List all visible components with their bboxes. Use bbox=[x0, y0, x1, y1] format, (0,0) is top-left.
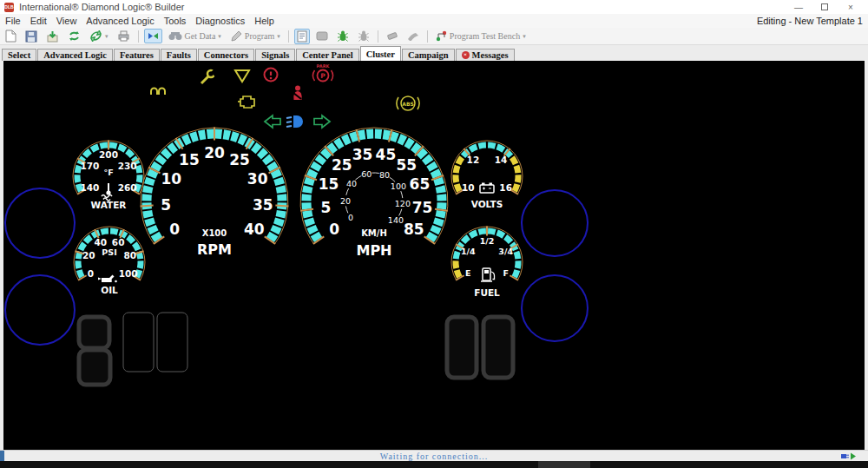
svg-text:MPH: MPH bbox=[356, 242, 391, 259]
svg-text:20: 20 bbox=[204, 144, 225, 161]
rocker-switch-bezel[interactable] bbox=[79, 317, 109, 348]
stop-warning-icon bbox=[265, 69, 278, 82]
svg-text:100: 100 bbox=[119, 268, 138, 279]
svg-text:35: 35 bbox=[352, 146, 373, 163]
svg-text:120: 120 bbox=[395, 199, 411, 208]
get-data-button[interactable]: Get Data▾ bbox=[166, 30, 224, 43]
svg-text:15: 15 bbox=[179, 151, 200, 168]
park-brake-icon: PARKP bbox=[313, 63, 333, 82]
open-template-button[interactable] bbox=[43, 29, 62, 44]
menu-item-view[interactable]: View bbox=[56, 16, 77, 26]
close-button[interactable]: × bbox=[838, 0, 864, 14]
print-button[interactable] bbox=[115, 29, 133, 43]
pencil-icon bbox=[230, 30, 242, 43]
svg-text:260: 260 bbox=[118, 182, 137, 193]
rocker-switch-bezel[interactable] bbox=[483, 317, 513, 378]
tab-cluster[interactable]: Cluster bbox=[360, 46, 401, 61]
menu-item-diagnostics[interactable]: Diagnostics bbox=[195, 16, 245, 26]
empty-gauge-slot bbox=[5, 188, 75, 258]
fuel-gauge: E1/41/23/4FFUEL bbox=[451, 227, 523, 299]
debug-button[interactable] bbox=[334, 29, 352, 43]
open-template-icon bbox=[46, 30, 59, 43]
oil-icon bbox=[98, 275, 117, 283]
svg-text:0: 0 bbox=[88, 268, 94, 279]
sync-button[interactable] bbox=[65, 29, 83, 43]
rocker-switch-bezel[interactable] bbox=[447, 317, 477, 378]
new-document-icon bbox=[5, 30, 16, 43]
tab-features[interactable]: Features bbox=[114, 49, 160, 61]
menu-item-advanced-logic[interactable]: Advanced Logic bbox=[86, 16, 154, 26]
test-bench-button[interactable]: Program Test Bench▾ bbox=[433, 29, 529, 43]
tab-signals[interactable]: Signals bbox=[255, 49, 295, 61]
svg-text:1/4: 1/4 bbox=[461, 247, 476, 256]
tab-faults[interactable]: Faults bbox=[161, 49, 197, 61]
tab-advanced-logic[interactable]: Advanced Logic bbox=[37, 49, 113, 61]
eraser-button[interactable] bbox=[384, 30, 401, 43]
brush-button[interactable] bbox=[404, 30, 422, 43]
svg-text:80: 80 bbox=[123, 250, 136, 260]
minimize-button[interactable]: — bbox=[786, 0, 812, 14]
menu-bar: FileEditViewAdvanced LogicToolsDiagnosti… bbox=[0, 14, 868, 28]
switch-slot[interactable] bbox=[157, 313, 187, 372]
dropdown-caret: ▾ bbox=[277, 33, 280, 40]
coolant-icon bbox=[102, 183, 112, 201]
left-turn-icon bbox=[265, 115, 280, 128]
brush-icon bbox=[407, 31, 419, 41]
check-engine-icon bbox=[238, 96, 254, 108]
tab-campaign[interactable]: Campaign bbox=[402, 49, 455, 61]
tab-messages[interactable]: ×Messages bbox=[456, 49, 515, 61]
svg-text:ABS: ABS bbox=[402, 101, 414, 107]
switch-slot[interactable] bbox=[123, 313, 154, 372]
connect-button[interactable] bbox=[144, 29, 162, 43]
svg-text:20: 20 bbox=[82, 250, 95, 260]
seatbelt-icon bbox=[293, 86, 302, 101]
tachometer-gauge: 0510152025303540X100RPM bbox=[141, 128, 289, 258]
binoculars-icon bbox=[168, 31, 182, 41]
sync-dropdown-button[interactable]: ▾ bbox=[87, 29, 111, 43]
svg-text:10: 10 bbox=[462, 182, 475, 193]
toolbar-separator bbox=[288, 30, 289, 43]
tab-center-panel[interactable]: Center Panel bbox=[296, 49, 358, 61]
menu-item-edit[interactable]: Edit bbox=[30, 16, 47, 26]
print-icon bbox=[117, 30, 130, 42]
test-bench-label: Program Test Bench bbox=[450, 31, 520, 41]
program-button[interactable]: Program▾ bbox=[227, 29, 283, 44]
panel-button[interactable] bbox=[313, 30, 331, 43]
svg-text:170: 170 bbox=[80, 161, 99, 171]
svg-text:5: 5 bbox=[321, 199, 332, 216]
new-document-button[interactable] bbox=[3, 28, 19, 44]
taskbar-strip bbox=[0, 461, 868, 468]
svg-text:PARK: PARK bbox=[317, 63, 331, 69]
rocker-switch-bezel[interactable] bbox=[79, 350, 110, 385]
svg-text:55: 55 bbox=[396, 156, 417, 174]
save-button[interactable] bbox=[23, 29, 40, 44]
get-data-label: Get Data bbox=[185, 31, 216, 41]
svg-text:45: 45 bbox=[376, 146, 397, 163]
svg-text:35: 35 bbox=[253, 196, 273, 214]
empty-gauge-slot bbox=[522, 190, 588, 256]
debug-disabled-button[interactable] bbox=[355, 29, 372, 43]
svg-text:E: E bbox=[465, 268, 471, 278]
right-turn-icon bbox=[314, 115, 330, 128]
svg-text:60: 60 bbox=[112, 237, 125, 247]
svg-text:5: 5 bbox=[161, 196, 171, 214]
menu-item-file[interactable]: File bbox=[5, 16, 21, 26]
editing-status: Editing - New Template 1 bbox=[757, 16, 863, 26]
svg-text:10: 10 bbox=[161, 170, 181, 188]
status-notch bbox=[0, 451, 4, 461]
menu-item-help[interactable]: Help bbox=[254, 16, 274, 26]
svg-text:40: 40 bbox=[95, 237, 108, 247]
menu-item-tools[interactable]: Tools bbox=[164, 16, 187, 26]
tab-select[interactable]: Select bbox=[2, 49, 36, 61]
report-button[interactable] bbox=[294, 29, 310, 44]
svg-text:75: 75 bbox=[412, 199, 433, 216]
tab-connectors[interactable]: Connectors bbox=[198, 49, 254, 61]
maximize-button[interactable] bbox=[812, 0, 838, 14]
svg-text:25: 25 bbox=[229, 151, 250, 168]
svg-text:100: 100 bbox=[391, 181, 406, 191]
headlight-icon bbox=[286, 115, 303, 128]
svg-text:PSI: PSI bbox=[102, 247, 116, 257]
dropdown-caret: ▾ bbox=[105, 33, 108, 40]
test-bench-icon bbox=[436, 30, 447, 42]
svg-text:85: 85 bbox=[404, 221, 424, 238]
